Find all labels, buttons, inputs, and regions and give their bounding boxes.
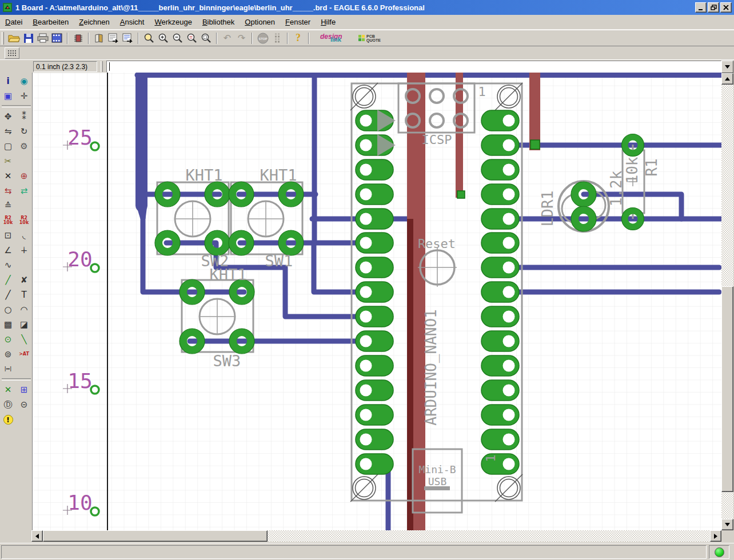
film-icon: [51, 33, 62, 43]
ripup-icon[interactable]: ✘: [17, 273, 31, 287]
scroll-down-button[interactable]: [721, 519, 733, 530]
go-button[interactable]: [270, 31, 284, 45]
polygon-icon[interactable]: ◪: [17, 318, 31, 331]
zoom-select-button[interactable]: [199, 31, 213, 45]
vscroll-thumb[interactable]: [721, 286, 733, 492]
menu-zeichnen[interactable]: Zeichnen: [74, 15, 115, 29]
print-button[interactable]: [35, 31, 50, 45]
arc-icon[interactable]: ◠: [17, 303, 31, 317]
optimize-icon[interactable]: ∔: [17, 243, 31, 257]
menu-optionen[interactable]: Optionen: [240, 15, 280, 29]
replace-icon[interactable]: ⇄: [17, 184, 31, 198]
attribute-icon[interactable]: >AT: [17, 347, 31, 361]
command-history-dropdown[interactable]: [721, 61, 733, 73]
autorouter-icon[interactable]: ⊞: [17, 383, 31, 397]
close-button[interactable]: [720, 2, 732, 13]
text-icon[interactable]: T: [17, 288, 31, 302]
hscroll-thumb[interactable]: [43, 530, 268, 542]
group-icon[interactable]: ▢: [1, 139, 15, 153]
copy-icon[interactable]: ⁑: [17, 110, 31, 123]
menu-werkzeuge[interactable]: Werkzeuge: [149, 15, 197, 29]
scroll-left-button[interactable]: [31, 530, 43, 542]
meander-icon[interactable]: ∿: [1, 258, 15, 272]
menu-ansicht[interactable]: Ansicht: [115, 15, 150, 29]
restore-button[interactable]: [708, 2, 719, 13]
menu-bibliothek[interactable]: Bibliothek: [197, 15, 240, 29]
add-icon[interactable]: ⊕: [17, 169, 31, 183]
rect-icon[interactable]: ▩: [1, 318, 15, 331]
show-icon[interactable]: ◉: [17, 74, 31, 88]
board-canvas[interactable]: KHT1 KHT1 KHT1 SW2 SW1 SW3 ICSP 1 Reset …: [33, 73, 721, 530]
zoom-redraw-button[interactable]: [185, 31, 199, 45]
warn-icon[interactable]: !: [1, 413, 15, 426]
status-led-green-icon: [715, 547, 724, 557]
lock-icon[interactable]: ≙: [1, 199, 15, 213]
split-icon[interactable]: ∠: [1, 243, 15, 257]
pcbquote-logo[interactable]: PCB QUOTE: [358, 34, 381, 42]
smash-icon[interactable]: ⊡: [1, 229, 15, 242]
run-script-button[interactable]: [106, 31, 121, 45]
undo-icon: ↶: [224, 33, 231, 43]
value-icon[interactable]: R2 10k: [17, 214, 31, 227]
zoom-in-icon: [158, 33, 169, 43]
command-input[interactable]: [106, 61, 721, 73]
hole-icon[interactable]: ⊚: [1, 347, 15, 361]
toolbar-handle[interactable]: [2, 32, 4, 45]
zoom-fit-button[interactable]: [142, 31, 156, 45]
help-button[interactable]: ?: [291, 31, 305, 45]
minimize-button[interactable]: [695, 2, 707, 13]
via-icon[interactable]: ⊙: [1, 333, 15, 346]
horizontal-scrollbar[interactable]: [31, 530, 721, 542]
dimension-icon[interactable]: |↔|: [1, 362, 15, 376]
menu-fenster[interactable]: Fenster: [280, 15, 316, 29]
scroll-right-button[interactable]: [710, 530, 721, 542]
board-schematic-toggle-button[interactable]: [71, 31, 85, 45]
info-icon[interactable]: i: [1, 74, 15, 88]
circle-icon[interactable]: ○: [1, 303, 15, 317]
errors-icon[interactable]: ⊝: [17, 398, 31, 411]
pinswap-icon[interactable]: ⇆: [1, 184, 15, 198]
go-traffic-icon: [274, 33, 281, 44]
label-r1: R1: [643, 158, 660, 176]
wire-icon[interactable]: ╱: [1, 288, 15, 302]
name-icon[interactable]: R2 10k: [1, 214, 15, 227]
label-sw1: SW1: [265, 252, 293, 270]
run-ulp-button[interactable]: [121, 31, 135, 45]
vertical-scrollbar[interactable]: [721, 73, 733, 530]
cut-icon[interactable]: ✂: [1, 154, 15, 168]
mark-icon[interactable]: ✛: [17, 89, 31, 103]
zoom-out-button[interactable]: [170, 31, 185, 45]
zoom-in-button[interactable]: [156, 31, 170, 45]
label-ldr1: LDR1: [539, 191, 556, 227]
open-button[interactable]: [7, 31, 21, 45]
menu-hilfe[interactable]: Hilfe: [316, 15, 341, 29]
menu-bearbeiten[interactable]: Bearbeiten: [27, 15, 74, 29]
scroll-up-button[interactable]: [721, 73, 733, 85]
library-button[interactable]: [92, 31, 106, 45]
change-icon[interactable]: ⚙: [17, 139, 31, 153]
stop-button[interactable]: STOP: [256, 31, 270, 45]
rotate-icon[interactable]: ↻: [17, 125, 31, 138]
board-drawing[interactable]: KHT1 KHT1 KHT1 SW2 SW1 SW3 ICSP 1 Reset …: [33, 73, 721, 530]
floppy-icon: [23, 33, 34, 43]
menu-datei[interactable]: Datei: [0, 15, 27, 29]
display-layers-icon[interactable]: ▣: [1, 89, 15, 103]
cam-processor-button[interactable]: [50, 31, 64, 45]
grid-button[interactable]: [5, 47, 19, 59]
ratsnest-icon[interactable]: ✕: [1, 383, 15, 397]
mirror-icon[interactable]: ⇋: [1, 125, 15, 138]
label-r1-value2: 10k: [624, 157, 641, 183]
designlink-logo[interactable]: design link: [320, 34, 350, 42]
redo-button[interactable]: ↷: [234, 31, 249, 45]
route-icon[interactable]: ╱: [1, 273, 15, 287]
save-button[interactable]: [21, 31, 35, 45]
via-square-1[interactable]: [530, 140, 540, 149]
miter-icon[interactable]: ◟: [17, 229, 31, 242]
svg-text:STOP: STOP: [258, 37, 267, 40]
via-square-2[interactable]: [457, 191, 465, 198]
signal-icon[interactable]: ╲: [17, 333, 31, 346]
move-icon[interactable]: ✥: [1, 110, 15, 123]
drc-icon[interactable]: Ⓓ: [1, 398, 15, 411]
undo-button[interactable]: ↶: [220, 31, 234, 45]
delete-icon[interactable]: ✕: [1, 169, 15, 183]
